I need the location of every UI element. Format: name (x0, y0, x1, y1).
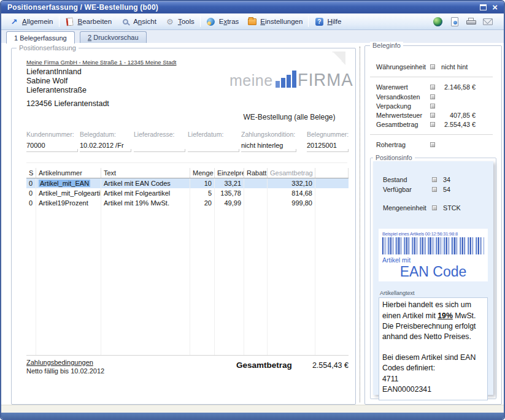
info-row-verpackung: Verpackung (376, 102, 476, 110)
menu-item-label: Ansicht (133, 18, 156, 25)
col-header-rabatt[interactable]: Rabatt. (244, 168, 268, 178)
indicator-square-icon (430, 104, 435, 109)
menu-item-label: Allgemein (22, 18, 53, 25)
col-header-einzelpreis[interactable]: Einzelpreis (215, 168, 244, 178)
toolbar-separator (308, 16, 309, 27)
page-separator (360, 47, 360, 402)
info-row-waehrungseinheit: Währungseinheit nicht hint (376, 63, 476, 71)
col-header-artikelnummer[interactable]: Artikelnummer (36, 168, 101, 178)
table-row[interactable]: 0 Artikel_mit_EAN Artikel mit EAN Codes … (26, 178, 349, 188)
zahlungsbedingungen-link[interactable]: Zahlungsbedingungen (26, 359, 93, 366)
table-empty-area (26, 208, 349, 355)
col-header-filler (315, 168, 349, 178)
indicator-square-icon (430, 94, 435, 99)
info-row-warenwert: Warenwert 2.146,58 € (376, 83, 476, 91)
document-info-icon[interactable] (449, 17, 460, 26)
col-header-menge[interactable]: Menge (190, 168, 215, 178)
divider (370, 134, 493, 135)
indicator-square-icon (432, 187, 437, 192)
barcode-line1: Artikel mit (382, 256, 484, 264)
menu-item-label: Bearbeiten (78, 18, 112, 25)
group-label: Beleginfo (370, 42, 403, 49)
magnifier-icon (120, 17, 130, 26)
artikellangtext-label: Artikellangtext (380, 290, 415, 296)
position-info-panel: Bestand 34 Verfügbar 54 Mengeneinheit ST… (373, 161, 493, 395)
toolbar: ↗ Allgemein Bearbeiten Ansicht ⚙ Tools E… (1, 13, 504, 30)
notebook-icon (65, 17, 75, 26)
barcode-icon (382, 237, 484, 254)
menu-item-hilfe[interactable]: ? Hilfe (310, 16, 345, 28)
logo-word-firma: FIRMA (298, 71, 353, 89)
info-row-gesamtbetrag: Gesamtbetrag 2.554,43 € (376, 121, 476, 128)
field-belegnummer: Belegnummer: 20125001 (307, 131, 349, 152)
globe-icon[interactable] (433, 17, 443, 26)
ean-barcode-card: Beispiel eines Artikels 00:12:56:31:98:8… (379, 229, 488, 281)
indicator-square-icon (432, 177, 437, 182)
artikellangtext-box: Hierbei handelt es sich um einen Artikel… (379, 297, 488, 400)
table-bottom-line (26, 355, 349, 356)
info-row-versandkosten: Versandkosten (376, 93, 476, 101)
table-row[interactable]: 0 Artikel_mit_Folgeartikel Artikel mit F… (26, 188, 349, 198)
menu-item-ansicht[interactable]: Ansicht (116, 16, 161, 28)
tab-label: 1 Belegerfassung (14, 34, 67, 42)
col-header-text[interactable]: Text (101, 168, 190, 178)
toolbar-separator (200, 16, 201, 27)
field-zahlungskondition: Zahlungskondition: nicht hinterleg (241, 131, 296, 152)
folder-icon (247, 17, 257, 26)
selected-cell: Artikel_mit_EAN (39, 180, 90, 187)
group-label: Positionserfassung (17, 44, 79, 52)
menu-item-label: Hilfe (327, 18, 341, 25)
divider (370, 77, 493, 77)
field-belegdatum: Belegdatum: 10.02.2012 /Fr (80, 131, 131, 152)
tab-druckvorschau[interactable]: 2 Druckvorschau (80, 31, 147, 43)
info-row-rohertrag: Rohertrag (376, 141, 476, 148)
indicator-square-icon (430, 122, 435, 127)
menu-item-extras[interactable]: Extras (202, 16, 244, 28)
barcode-line2: EAN Code (382, 264, 484, 280)
table-row[interactable]: 0 Artikel19Prozent Artikel mit 19% MwSt.… (26, 198, 349, 208)
payment-terms-text: Netto fällig bis 10.02.2012 (26, 367, 104, 375)
menu-item-allgemein[interactable]: ↗ Allgemein (5, 16, 58, 28)
titlebar: Positionserfassung / WE-Bestellung (b00)… (1, 1, 504, 13)
restore-window-icon[interactable] (480, 4, 487, 10)
indicator-square-icon (430, 64, 435, 69)
group-label: Positionsinfo (373, 154, 415, 161)
window-title: Positionserfassung / WE-Bestellung (b00) (1, 3, 158, 12)
menu-item-tools[interactable]: ⚙ Tools (161, 16, 199, 28)
company-logo: meine FIRMA (229, 71, 358, 88)
recipient-line: Lieferantenstraße (26, 86, 87, 94)
positions-table: S Artikelnummer Text Menge Einzelpreis R… (26, 168, 349, 356)
tab-belegerfassung[interactable]: 1 Belegerfassung (6, 31, 75, 44)
recipient-line: LieferantInnland (26, 67, 82, 76)
menu-item-label: Extras (219, 18, 239, 25)
extras-globe-icon (206, 17, 216, 26)
indicator-square-icon (430, 113, 435, 118)
field-kundennummer: Kundennummer: 70000 (26, 131, 78, 152)
col-header-s[interactable]: S (26, 168, 36, 178)
info-row-mengeneinheit: Mengeneinheit STCK (383, 203, 488, 213)
toolbar-separator (59, 16, 60, 27)
status-strip (1, 405, 504, 413)
info-row-bestand: Bestand 34 (383, 175, 488, 185)
help-icon: ? (314, 17, 324, 26)
menu-item-einstellungen[interactable]: Einstellungen (243, 16, 307, 28)
tabstrip: 1 Belegerfassung 2 Druckvorschau (1, 30, 504, 43)
menu-item-bearbeiten[interactable]: Bearbeiten (61, 16, 117, 28)
arrow-up-right-icon: ↗ (9, 17, 19, 26)
info-row-mehrwertsteuer: Mehrwertsteuer 407,85 € (376, 112, 476, 119)
close-window-icon[interactable]: × (492, 4, 498, 10)
indicator-square-icon (432, 205, 437, 210)
logo-bars-icon (276, 71, 296, 88)
mail-icon[interactable] (482, 17, 493, 26)
indicator-square-icon (430, 142, 435, 147)
table-header-row: S Artikelnummer Text Menge Einzelpreis R… (26, 168, 349, 178)
menu-item-label: Einstellungen (260, 18, 303, 25)
artikellangtext-section: Artikellangtext Hierbei handelt es sich … (379, 286, 488, 400)
indicator-square-icon (430, 85, 435, 90)
col-header-gesamtbetrag[interactable]: Gesamtbetrag (268, 168, 315, 178)
window-bottom-border (1, 413, 504, 419)
document-title: WE-Bestellung (alle Belege) (233, 113, 346, 121)
printer-icon[interactable] (466, 17, 476, 26)
gear-icon: ⚙ (165, 17, 175, 26)
group-positionsinfo: Positionsinfo Bestand 34 Verfügbar 54 Me… (370, 158, 496, 399)
